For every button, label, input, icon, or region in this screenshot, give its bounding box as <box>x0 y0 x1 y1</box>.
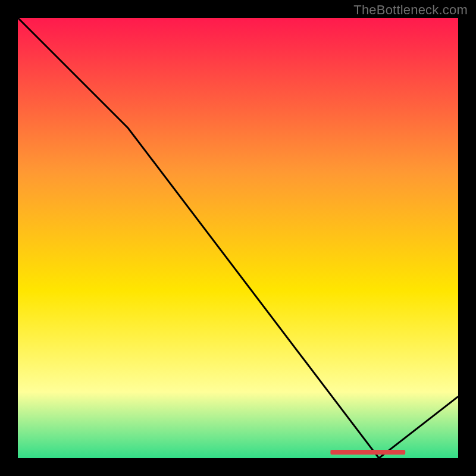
attribution-label: TheBottleneck.com <box>353 2 468 18</box>
bottleneck-chart <box>0 0 476 476</box>
optimal-range-marker <box>330 450 405 455</box>
chart-container: TheBottleneck.com <box>0 0 476 476</box>
